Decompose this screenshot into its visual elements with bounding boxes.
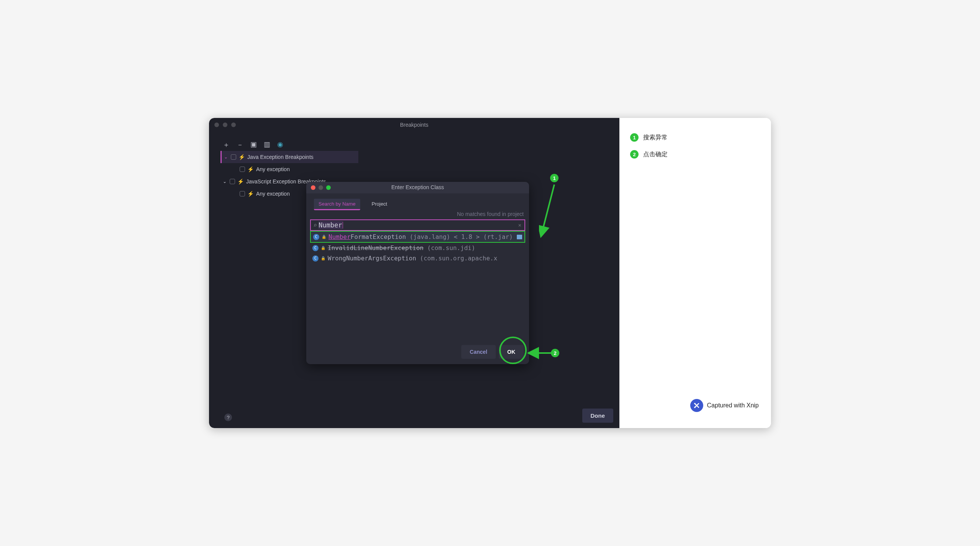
legend-item-1: 1 搜索异常 bbox=[630, 133, 760, 142]
result-match: Number bbox=[328, 233, 351, 240]
help-button[interactable]: ? bbox=[224, 414, 232, 421]
window-title: Breakpoints bbox=[209, 122, 619, 128]
dialog-tabs: Search by Name Project bbox=[306, 193, 529, 210]
result-package: (com.sun.jdi) bbox=[423, 244, 475, 252]
chevron-down-icon[interactable]: ⌄ bbox=[223, 179, 227, 184]
result-rest: FormatException bbox=[351, 233, 406, 240]
class-icon: C bbox=[313, 234, 319, 240]
tab-project[interactable]: Project bbox=[367, 199, 392, 210]
legend-text: 搜索异常 bbox=[643, 134, 668, 142]
checkbox[interactable] bbox=[240, 167, 245, 172]
exception-bolt-icon: ⚡ bbox=[247, 191, 254, 197]
ok-button[interactable]: OK bbox=[499, 345, 524, 359]
cancel-button[interactable]: Cancel bbox=[461, 345, 496, 359]
xnip-icon bbox=[690, 399, 703, 412]
group-by-class-icon[interactable]: ▥ bbox=[264, 140, 270, 149]
dialog-title: Enter Exception Class bbox=[306, 184, 529, 190]
watermark-text: Captured with Xnip bbox=[707, 402, 759, 409]
no-matches-label: No matches found in project bbox=[457, 211, 524, 217]
tree-label: Any exception bbox=[256, 166, 290, 172]
tree-java-any-exception[interactable]: ⚡ Any exception bbox=[220, 163, 358, 175]
legend-marker-2: 2 bbox=[630, 150, 639, 159]
library-icon bbox=[517, 235, 522, 239]
search-icon: ⌕ bbox=[313, 221, 317, 229]
checkbox[interactable] bbox=[230, 179, 235, 184]
exception-bolt-icon: ⚡ bbox=[237, 178, 244, 185]
tab-search-by-name[interactable]: Search by Name bbox=[314, 199, 360, 210]
exception-bolt-icon: ⚡ bbox=[238, 154, 245, 160]
view-options-icon[interactable]: ◉ bbox=[277, 140, 283, 149]
search-input[interactable]: ⌕ Number × bbox=[310, 219, 525, 231]
group-by-icon[interactable]: ▣ bbox=[250, 140, 257, 149]
legend-item-2: 2 点击确定 bbox=[630, 150, 760, 159]
annotation-marker-2: 2 bbox=[551, 349, 559, 357]
search-query-text: Number bbox=[318, 221, 342, 229]
lock-icon: 🔒 bbox=[321, 246, 325, 250]
tree-label: Any exception bbox=[256, 191, 290, 197]
checkbox[interactable] bbox=[231, 154, 236, 160]
watermark: Captured with Xnip bbox=[690, 399, 759, 412]
annotation-legend-panel: 1 搜索异常 2 点击确定 Captured with Xnip bbox=[619, 118, 771, 428]
clear-search-icon[interactable]: × bbox=[518, 222, 521, 228]
result-package: (java.lang) < 1.8 > (rt.jar) bbox=[406, 233, 513, 240]
result-package: (com.sun.org.apache.x bbox=[416, 255, 497, 262]
tree-java-exception-group[interactable]: ⌄ ⚡ Java Exception Breakpoints bbox=[220, 151, 358, 163]
breakpoints-window: Breakpoints ＋ － ▣ ▥ ◉ ⌄ ⚡ Java Exception… bbox=[209, 118, 619, 428]
checkbox[interactable] bbox=[240, 191, 245, 196]
exception-bolt-icon: ⚡ bbox=[247, 166, 254, 172]
dialog-buttons: Cancel OK bbox=[461, 345, 524, 359]
result-invalidlinenumberexception[interactable]: C 🔒 InvalidLineNumberException (com.sun.… bbox=[310, 243, 525, 253]
search-results-list: C 🔒 NumberFormatException (java.lang) < … bbox=[310, 231, 525, 263]
svg-point-2 bbox=[694, 403, 696, 404]
dialog-header: Enter Exception Class bbox=[306, 182, 529, 193]
enter-exception-class-dialog: Enter Exception Class Search by Name Pro… bbox=[306, 182, 529, 364]
done-button[interactable]: Done bbox=[582, 409, 614, 423]
captured-frame: Breakpoints ＋ － ▣ ▥ ◉ ⌄ ⚡ Java Exception… bbox=[209, 118, 771, 428]
remove-breakpoint-icon[interactable]: － bbox=[237, 140, 243, 149]
annotation-marker-1: 1 bbox=[550, 174, 559, 182]
result-numberformatexception[interactable]: C 🔒 NumberFormatException (java.lang) < … bbox=[310, 231, 525, 243]
chevron-down-icon[interactable]: ⌄ bbox=[224, 154, 229, 160]
result-name: InvalidLineNumberException bbox=[328, 244, 423, 252]
lock-icon: 🔒 bbox=[321, 256, 325, 260]
tree-label: Java Exception Breakpoints bbox=[247, 154, 314, 160]
class-icon: C bbox=[312, 255, 318, 262]
text-cursor bbox=[343, 222, 343, 229]
result-name: WrongNumberArgsException bbox=[328, 255, 416, 262]
svg-line-0 bbox=[541, 185, 554, 235]
add-breakpoint-icon[interactable]: ＋ bbox=[223, 140, 230, 149]
legend-marker-1: 1 bbox=[630, 133, 639, 142]
class-icon: C bbox=[312, 245, 318, 251]
lock-icon: 🔒 bbox=[322, 235, 326, 239]
result-wrongnumberargsexception[interactable]: C 🔒 WrongNumberArgsException (com.sun.or… bbox=[310, 253, 525, 263]
annotation-arrow-1 bbox=[539, 182, 566, 240]
legend-text: 点击确定 bbox=[643, 150, 668, 159]
svg-point-3 bbox=[694, 407, 696, 408]
breakpoints-toolbar: ＋ － ▣ ▥ ◉ bbox=[223, 140, 283, 149]
